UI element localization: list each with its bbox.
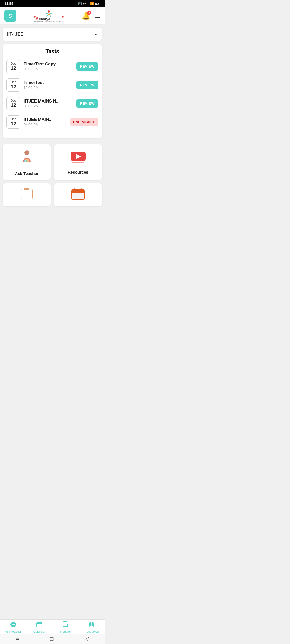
resources-label: Resources (68, 170, 88, 174)
partial-card-2[interactable] (54, 183, 102, 206)
notification-badge: 0 (87, 11, 91, 15)
test-item: Dec 12 TimerTest Copy 06:00 PM REVIEW (6, 60, 98, 73)
test-date-box: Dec 12 (6, 60, 20, 73)
test-day: 12 (9, 65, 17, 71)
svg-point-8 (24, 150, 29, 155)
test-day: 12 (9, 121, 17, 127)
svg-point-23 (80, 188, 82, 190)
tests-title: Tests (6, 48, 98, 54)
header: S A charya IIT-JEE / NEET / FOUNDATION C… (0, 7, 105, 25)
teacher-svg (19, 149, 35, 166)
time: 11:55 (4, 2, 13, 6)
test-date-box: Dec 12 (6, 97, 20, 110)
ask-teacher-label: Ask Teacher (15, 171, 38, 176)
wifi-icon: WiFi (83, 2, 89, 5)
test-date-box: Dec 12 (6, 115, 20, 129)
test-time: 06:00 PM (24, 67, 73, 71)
grid-section: Ask Teacher Resources (0, 141, 105, 228)
test-month: Dec (9, 62, 17, 65)
test-day: 12 (9, 84, 17, 90)
resources-card[interactable]: Resources (54, 144, 102, 180)
vibrate-icon: 📳 (78, 2, 82, 5)
test-info: IITJEE MAINS N... 05:00 PM (24, 99, 73, 108)
svg-point-6 (62, 16, 64, 18)
status-icons: 📳 WiFi 📶 [85] (78, 2, 100, 5)
header-actions: 🔔 0 (82, 12, 100, 20)
test-name: IITJEE MAIN... (24, 117, 67, 122)
ask-teacher-card[interactable]: Ask Teacher (3, 144, 51, 180)
clipboard-svg (19, 188, 34, 201)
svg-line-1 (47, 15, 48, 17)
avatar-button[interactable]: S (4, 10, 16, 22)
test-info: TimerTest Copy 06:00 PM (24, 62, 73, 71)
svg-point-22 (74, 188, 76, 190)
test-time: 04:00 PM (24, 123, 67, 127)
unfinished-button[interactable]: UNFINISHED (70, 118, 98, 126)
partial-grid (3, 183, 102, 206)
test-name: TimerTest Copy (24, 62, 73, 67)
status-bar: 11:55 📳 WiFi 📶 [85] (0, 0, 105, 7)
partial-icon-2 (71, 188, 85, 204)
test-time: 05:00 PM (24, 104, 73, 108)
dropdown-selected: IIT- JEE (7, 32, 23, 37)
svg-text:IIT-JEE / NEET / FOUNDATION CO: IIT-JEE / NEET / FOUNDATION COACHING (34, 20, 64, 22)
logo-svg: A charya IIT-JEE / NEET / FOUNDATION COA… (34, 10, 64, 22)
resources-icon (70, 151, 86, 167)
svg-point-5 (34, 16, 36, 18)
review-button[interactable]: REVIEW (76, 62, 98, 71)
test-day: 12 (9, 103, 17, 108)
partial-card-1[interactable] (3, 183, 51, 206)
test-info: TimerTest 12:00 PM (24, 80, 73, 90)
review-button[interactable]: REVIEW (76, 81, 98, 89)
svg-rect-14 (72, 162, 84, 163)
test-item: Dec 12 IITJEE MAINS N... 05:00 PM REVIEW (6, 97, 98, 110)
test-name: TimerTest (24, 80, 73, 85)
course-dropdown[interactable]: IIT- JEE ▼ (3, 28, 102, 41)
test-date-box: Dec 12 (6, 78, 20, 92)
youtube-svg (70, 151, 86, 164)
svg-rect-16 (24, 188, 29, 190)
hamburger-menu[interactable] (95, 14, 100, 18)
notification-bell[interactable]: 🔔 0 (82, 12, 90, 20)
feature-grid: Ask Teacher Resources (3, 144, 102, 180)
calendar-orange-svg (71, 188, 85, 201)
test-item: Dec 12 IITJEE MAIN... 04:00 PM UNFINISHE… (6, 115, 98, 129)
ask-teacher-icon (19, 149, 35, 169)
test-month: Dec (9, 99, 17, 103)
tests-card: Tests Dec 12 TimerTest Copy 06:00 PM REV… (3, 44, 102, 138)
dropdown-arrow-icon: ▼ (94, 32, 98, 36)
test-month: Dec (9, 80, 17, 84)
review-button[interactable]: REVIEW (76, 99, 98, 108)
svg-point-0 (48, 10, 50, 13)
test-info: IITJEE MAIN... 04:00 PM (24, 117, 67, 127)
logo: A charya IIT-JEE / NEET / FOUNDATION COA… (34, 10, 64, 22)
test-month: Dec (9, 117, 17, 121)
signal-icon: 📶 (90, 2, 94, 5)
battery-icon: [85] (95, 2, 100, 5)
partial-icon-1 (19, 188, 34, 204)
test-time: 12:00 PM (24, 86, 73, 90)
svg-line-2 (50, 15, 51, 17)
svg-rect-24 (72, 192, 84, 193)
test-name: IITJEE MAINS N... (24, 99, 73, 104)
test-item: Dec 12 TimerTest 12:00 PM REVIEW (6, 78, 98, 92)
